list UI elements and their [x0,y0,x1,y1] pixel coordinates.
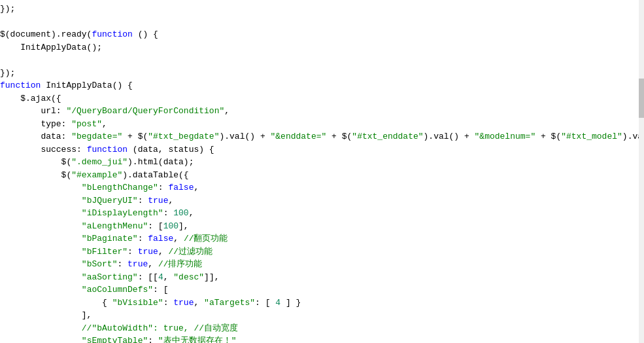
code-line-11: data: "begdate=" + $("#txt_begdate").val… [0,130,644,143]
code-line-12: success: function (data, status) { [0,143,644,156]
code-line-2 [0,16,644,29]
code-editor: }); $(document).ready(function () { Init… [0,0,644,343]
code-line-21: "bSort": true, //排序功能 [0,258,644,271]
code-line-7: function InitApplyData() { [0,79,644,92]
code-line-9: url: "/QueryBoard/QueryForCondition", [0,105,644,118]
code-line-27: "sEmptyTable": "表中无数据存在！" [0,334,644,343]
scrollbar-thumb[interactable] [639,79,644,118]
code-line-8: $.ajax({ [0,92,644,105]
code-line-19: "bPaginate": false, //翻页功能 [0,232,644,245]
code-line-17: "iDisplayLength": 100, [0,207,644,220]
code-line-15: "bLengthChange": false, [0,181,644,194]
code-content: }); $(document).ready(function () { Init… [0,0,644,343]
code-line-1: }); [0,3,644,16]
code-line-5 [0,54,644,67]
code-line-6: }); [0,67,644,80]
code-line-4: InitApplyData(); [0,41,644,54]
code-line-16: "bJQueryUI": true, [0,194,644,208]
vertical-scrollbar[interactable] [639,0,644,343]
code-line-10: type: "post", [0,118,644,131]
code-line-13: $(".demo_jui").html(data); [0,156,644,169]
code-line-22: "aaSorting": [[4, "desc"]], [0,271,644,284]
code-line-25: ], [0,309,644,322]
code-line-18: "aLengthMenu": [100], [0,220,644,233]
code-line-26: //"bAutoWidth": true, //自动宽度 [0,322,644,335]
code-line-3: $(document).ready(function () { [0,28,644,41]
code-line-24: { "bVisible": true, "aTargets": [ 4 ] } [0,297,644,310]
code-line-23: "aoColumnDefs": [ [0,283,644,297]
code-line-20: "bFilter": true, //过滤功能 [0,245,644,259]
code-line-14: $("#example").dataTable({ [0,169,644,182]
